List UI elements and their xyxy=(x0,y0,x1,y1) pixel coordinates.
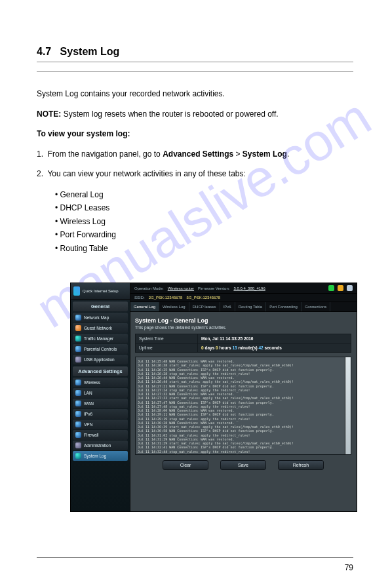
ipv6-icon xyxy=(75,411,81,417)
uptime-key: Uptime xyxy=(136,343,198,352)
sidebar-item-parental-controls[interactable]: Parental Controls xyxy=(73,344,128,354)
panel-title: System Log - General Log xyxy=(135,317,351,324)
section-description: System Log contains your recorded networ… xyxy=(37,88,338,100)
refresh-button[interactable]: Refresh xyxy=(278,460,324,470)
note: NOTE: System log resets when the router … xyxy=(37,108,338,121)
tab-general-log[interactable]: General Log xyxy=(130,302,159,311)
tab-routing-table[interactable]: Routing Table xyxy=(235,302,267,311)
tab-connections[interactable]: Connections xyxy=(302,302,330,311)
bullet-item: • DHCP Leases xyxy=(55,201,338,214)
sidebar-item-administration[interactable]: Administration xyxy=(73,441,128,450)
magic-wand-icon xyxy=(73,286,80,296)
tab-ipv6[interactable]: IPv6 xyxy=(220,302,235,311)
page-number: 79 xyxy=(345,563,353,572)
note-label: NOTE: xyxy=(37,109,61,119)
log-textarea[interactable]: Jul 11 14:25:48 WAN Connection: WAN was … xyxy=(135,357,351,455)
bullet-item: • General Log xyxy=(55,188,338,201)
clear-button[interactable]: Clear xyxy=(163,460,208,470)
sidebar-item-label: Guest Network xyxy=(84,326,112,330)
fw-value[interactable]: 3.0.0.4_380_4196 xyxy=(233,286,265,290)
ssid-bar: SSID: 2G_PSK:12345678 5G_PSK:12345678 xyxy=(130,294,357,302)
panel-subtitle: This page shows the detailed system's ac… xyxy=(135,325,351,330)
scrollbar[interactable] xyxy=(345,357,351,454)
topbar: Operation Mode: Wireless router Firmware… xyxy=(130,283,357,294)
sidebar-item-firewall[interactable]: Firewall xyxy=(73,430,128,440)
bullet-item: • Port Forwarding xyxy=(55,228,338,241)
tab-port-forwarding[interactable]: Port Forwarding xyxy=(266,302,302,311)
step-1: 1. From the navigation panel, go to Adva… xyxy=(37,148,338,161)
guest-network-icon xyxy=(75,325,81,331)
usb-icon[interactable] xyxy=(347,285,353,291)
sidebar-item-lan[interactable]: LAN xyxy=(73,388,128,398)
sidebar-item-label: Firewall xyxy=(84,433,98,437)
warning-icon[interactable] xyxy=(338,285,343,291)
quick-internet-setup[interactable]: Quick Internet Setup xyxy=(71,283,130,300)
ssid-key: SSID: xyxy=(134,296,145,300)
sidebar-group-advanced: Advanced Settings xyxy=(73,366,128,376)
section-number: 4.7 xyxy=(37,46,51,57)
tab-wireless-log[interactable]: Wireless Log xyxy=(159,302,189,311)
sidebar-item-label: Traffic Manager xyxy=(84,336,113,341)
footer-divider xyxy=(37,557,353,558)
wireless-icon xyxy=(75,380,81,385)
firewall-icon xyxy=(75,432,81,438)
sidebar-item-usb-application[interactable]: USB Application xyxy=(73,355,128,364)
bullet-item: • Routing Table xyxy=(55,242,338,255)
save-button[interactable]: Save xyxy=(220,460,266,470)
sidebar: Quick Internet Setup General Network Map… xyxy=(71,283,130,511)
sidebar-group-general: General xyxy=(73,302,128,311)
network-map-icon xyxy=(75,315,81,321)
sidebar-item-traffic-manager[interactable]: Traffic Manager xyxy=(73,334,128,343)
administration-icon xyxy=(75,442,81,448)
traffic-manager-icon xyxy=(75,336,81,342)
sidebar-item-label: Network Map xyxy=(84,315,109,320)
led-icon[interactable] xyxy=(328,285,334,291)
sidebar-item-label: USB Application xyxy=(84,357,115,362)
step-2: 2. You can view your network activities … xyxy=(37,168,338,180)
bullet-item: • Wireless Log xyxy=(55,215,338,228)
sidebar-item-guest-network[interactable]: Guest Network xyxy=(73,323,128,333)
sidebar-item-system-log[interactable]: System Log xyxy=(73,451,128,461)
lan-icon xyxy=(75,390,81,396)
section-title: System Log xyxy=(60,46,120,57)
sidebar-item-label: WAN xyxy=(84,401,94,406)
sidebar-item-label: Administration xyxy=(84,443,111,448)
tab-dhcp-leases[interactable]: DHCP leases xyxy=(189,302,220,311)
sidebar-item-label: IPv6 xyxy=(84,412,92,416)
systime-key: System Time xyxy=(136,334,198,343)
sidebar-item-label: System Log xyxy=(84,454,106,458)
system-log-icon xyxy=(75,453,81,459)
systime-value: Mon, Jul 11 14:33:25 2016 xyxy=(198,334,351,343)
fw-key: Firmware Version: xyxy=(198,286,229,290)
sidebar-item-wan[interactable]: WAN xyxy=(73,399,128,408)
parental-controls-icon xyxy=(75,346,81,352)
vpn-icon xyxy=(75,421,81,427)
ssid-5: 5G_PSK:12345678 xyxy=(186,296,220,300)
tab-bar: General LogWireless LogDHCP leasesIPv6Ro… xyxy=(130,302,357,312)
ssid-24: 2G_PSK:12345678 xyxy=(149,296,183,300)
opmode-value[interactable]: Wireless router xyxy=(168,286,194,290)
usb-application-icon xyxy=(75,357,81,363)
opmode-key: Operation Mode: xyxy=(134,286,164,290)
uptime-value: 0 days 0 hours 13 minute(s) 42 seconds xyxy=(198,343,351,352)
sidebar-item-label: LAN xyxy=(84,391,92,395)
note-text: System log resets when the router is reb… xyxy=(64,109,279,119)
bullet-list: • General Log• DHCP Leases• Wireless Log… xyxy=(37,188,338,255)
sidebar-item-label: VPN xyxy=(84,422,92,427)
router-ui: Quick Internet Setup General Network Map… xyxy=(71,283,357,511)
sidebar-item-wireless[interactable]: Wireless xyxy=(73,378,128,387)
section-heading: 4.7 System Log xyxy=(0,0,390,62)
sidebar-item-vpn[interactable]: VPN xyxy=(73,420,128,429)
qis-label: Quick Internet Setup xyxy=(83,289,119,294)
sidebar-item-ipv6[interactable]: IPv6 xyxy=(73,409,128,419)
log-line: Jul 11 14:32:54 WAN Connection: WAN was … xyxy=(138,454,344,455)
divider xyxy=(37,62,353,62)
info-table: System Time Mon, Jul 11 14:33:25 2016 Up… xyxy=(135,334,351,353)
sidebar-item-network-map[interactable]: Network Map xyxy=(73,313,128,323)
sidebar-item-label: Parental Controls xyxy=(84,347,117,351)
steps-title: To view your system log: xyxy=(37,129,130,138)
sidebar-item-label: Wireless xyxy=(84,380,100,385)
wan-icon xyxy=(75,401,81,406)
